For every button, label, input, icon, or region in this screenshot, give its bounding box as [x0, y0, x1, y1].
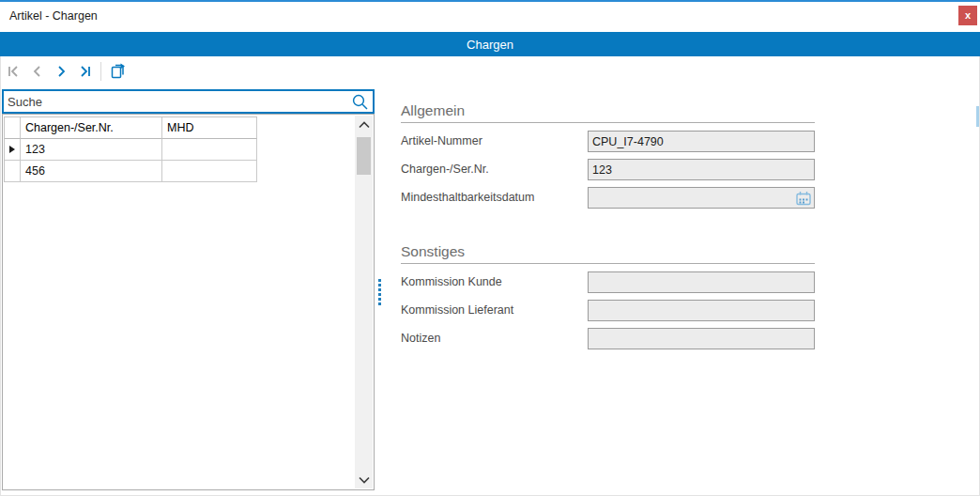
column-header-chargen[interactable]: Chargen-/Ser.Nr. [21, 117, 162, 139]
row-selector-cell [5, 161, 21, 182]
form-row-kommission-kunde: Kommission Kunde [401, 271, 815, 293]
refresh-button[interactable] [106, 59, 130, 84]
detail-form: Allgemein Artikel-Nummer Chargen-/Ser.Nr… [401, 0, 815, 496]
previous-record-icon [29, 63, 46, 80]
form-row-kommission-lieferant: Kommission Lieferant [401, 300, 815, 321]
chevron-up-icon [358, 120, 371, 130]
form-row-mhd: Mindesthaltbarkeitsdatum [401, 187, 815, 209]
vertical-scrollbar[interactable] [355, 116, 373, 488]
current-row-marker-icon [9, 146, 15, 153]
window-title: Artikel - Chargen [9, 9, 98, 23]
splitter-dot [378, 298, 381, 301]
last-record-icon [76, 63, 93, 80]
record-navigation-toolbar [2, 58, 130, 85]
artikel-nummer-label: Artikel-Nummer [401, 134, 482, 147]
scrollbar-thumb[interactable] [357, 137, 371, 175]
table-header-row: Chargen-/Ser.Nr. MHD [5, 117, 257, 139]
search-box [2, 89, 375, 114]
section-rule [401, 122, 815, 123]
mhd-date-field[interactable] [589, 188, 814, 208]
previous-record-button[interactable] [25, 59, 49, 84]
last-record-button[interactable] [72, 59, 96, 84]
artikel-nummer-field-box [588, 131, 815, 152]
table-row[interactable]: 123 [5, 139, 257, 161]
notizen-field-box [588, 328, 815, 349]
chargen-nr-label: Chargen-/Ser.Nr. [401, 163, 489, 176]
cell-chargen-nr[interactable]: 456 [21, 161, 162, 182]
row-selector-header [5, 117, 21, 139]
section-title-sonstiges: Sonstiges [401, 243, 465, 260]
section-rule [401, 263, 815, 264]
splitter-handle[interactable] [378, 279, 382, 305]
splitter-dot [378, 288, 381, 291]
right-scroll-indicator[interactable] [976, 106, 979, 127]
scroll-up-button[interactable] [355, 116, 373, 132]
column-header-mhd[interactable]: MHD [162, 117, 257, 139]
search-icon [351, 93, 369, 111]
batch-table: Chargen-/Ser.Nr. MHD 123 456 [4, 116, 257, 182]
form-row-artikel-nummer: Artikel-Nummer [401, 131, 815, 152]
refresh-icon [109, 62, 128, 81]
table-row[interactable]: 456 [5, 161, 257, 182]
cell-mhd[interactable] [162, 161, 257, 182]
toolbar-separator [100, 62, 101, 81]
batch-list-panel: Chargen-/Ser.Nr. MHD 123 456 [2, 114, 375, 490]
chargen-nr-field[interactable] [589, 160, 814, 179]
cell-mhd[interactable] [162, 139, 257, 161]
kommission-lieferant-field-box [588, 300, 815, 321]
scroll-down-button[interactable] [355, 472, 373, 488]
app-window: Artikel - Chargen x Chargen [0, 0, 980, 496]
chargen-nr-field-box [588, 159, 815, 180]
close-button[interactable]: x [958, 6, 977, 25]
kommission-lieferant-field[interactable] [589, 301, 814, 320]
form-row-chargen-nr: Chargen-/Ser.Nr. [401, 159, 815, 180]
next-record-icon [53, 63, 69, 80]
mhd-label: Mindesthaltbarkeitsdatum [401, 191, 534, 204]
row-selector-cell [5, 139, 21, 161]
splitter-dot [378, 302, 381, 305]
kommission-kunde-label: Kommission Kunde [401, 275, 502, 288]
calendar-icon[interactable] [795, 190, 812, 207]
first-record-button[interactable] [2, 59, 25, 84]
section-title-allgemein: Allgemein [401, 102, 465, 119]
splitter-dot [378, 279, 381, 282]
notizen-field[interactable] [589, 329, 814, 349]
artikel-nummer-field[interactable] [589, 132, 814, 151]
next-record-button[interactable] [49, 59, 72, 84]
first-record-icon [6, 63, 23, 80]
kommission-lieferant-label: Kommission Lieferant [401, 303, 513, 317]
chevron-down-icon [358, 475, 371, 485]
kommission-kunde-field-box [588, 271, 815, 293]
form-row-notizen: Notizen [401, 328, 815, 349]
splitter-dot [378, 284, 381, 287]
notizen-label: Notizen [401, 332, 440, 345]
search-input[interactable] [4, 91, 373, 112]
cell-chargen-nr[interactable]: 123 [21, 139, 162, 161]
mhd-field-box [588, 187, 815, 209]
kommission-kunde-field[interactable] [589, 272, 814, 292]
splitter-dot [378, 293, 381, 296]
